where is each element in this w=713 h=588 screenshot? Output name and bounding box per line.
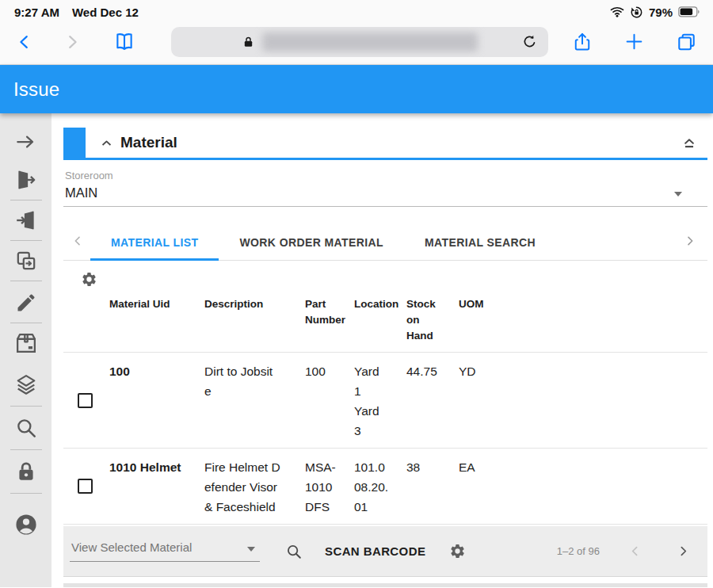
sidebar-divider [10,281,42,281]
footer-settings-gear-icon[interactable] [449,543,466,559]
search-icon[interactable] [285,543,303,560]
sidebar-divider [10,449,42,450]
cell-description: Dirt to Jobsit e [204,353,305,449]
cell-description: Fire Helmet D efender Visor & Faceshield [204,449,305,525]
content-area: Material Storeroom MAIN MATERIAL LIST WO… [51,113,713,587]
collapse-to-top-icon[interactable] [681,134,698,151]
sidebar-divider [10,240,42,241]
tabs-icon[interactable] [676,32,697,52]
receive-in-door-icon[interactable] [14,208,38,232]
view-selected-material-label: View Selected Material [71,540,192,554]
dropdown-caret-icon [247,547,255,552]
app-header: Issue [0,65,713,113]
rotation-lock-icon [630,6,643,19]
lock-icon[interactable] [14,460,38,483]
layers-icon[interactable] [13,372,39,396]
inventory-box-icon[interactable] [13,331,39,355]
browser-toolbar [0,22,713,65]
sidebar-divider [10,493,42,494]
storeroom-value: MAIN [65,185,707,200]
tab-material-search[interactable]: MATERIAL SEARCH [404,224,556,260]
redacted-url [262,32,478,52]
pagination-label: 1–2 of 96 [557,545,600,557]
list-footer-bar: View Selected Material SCAN BARCODE 1–2 … [63,526,707,577]
bookmarks-icon[interactable] [112,31,136,53]
scan-barcode-button[interactable]: SCAN BARCODE [325,544,425,558]
arrow-right-icon[interactable] [14,130,38,154]
table-row[interactable]: 1010 Helmet Fire Helmet D efender Visor … [63,449,707,525]
cell-part-number: 100 [305,353,354,449]
column-stock-on-hand: Stock on Hand [406,292,459,353]
back-icon[interactable] [16,32,33,52]
sidebar [0,113,51,587]
cell-uom: YD [459,353,707,449]
account-icon[interactable] [13,513,39,536]
clock-date: Wed Dec 12 [72,6,139,19]
tab-material-list[interactable]: MATERIAL LIST [90,224,219,260]
status-bar: 9:27 AM Wed Dec 12 79% [0,0,713,22]
row-checkbox[interactable] [78,393,93,408]
cell-material-uid: 1010 Helmet [109,449,204,525]
cell-stock-on-hand: 44.75 [406,353,459,449]
cell-location: 101.0 08.20. 01 [354,449,406,525]
chevron-up-icon[interactable] [100,136,113,150]
clock-time: 9:27 AM [14,6,59,19]
panel-accent-square [63,128,86,158]
next-section-edge [63,583,707,587]
edit-pencil-icon[interactable] [15,291,37,315]
battery-percent: 79% [649,6,673,19]
address-bar[interactable] [171,27,548,57]
cell-uom: EA [459,449,707,525]
search-icon[interactable] [14,416,38,440]
issue-out-door-icon[interactable] [14,168,38,192]
cell-stock-on-hand: 38 [406,449,459,525]
view-selected-material-dropdown[interactable]: View Selected Material [70,540,260,562]
cell-part-number: MSA- 1010 DFS [305,449,354,525]
material-table: Material Uid Description Part Number Loc… [63,292,707,525]
sidebar-divider [10,406,42,407]
reload-icon[interactable] [521,33,538,54]
tabs-scroll-right-icon[interactable] [676,224,703,260]
material-panel-header[interactable]: Material [63,128,707,160]
storeroom-label: Storeroom [65,170,707,181]
tab-bar: MATERIAL LIST WORK ORDER MATERIAL MATERI… [63,224,707,261]
lock-icon [242,36,254,48]
dropdown-caret-icon[interactable] [674,192,682,197]
column-description: Description [204,292,305,353]
page-title: Issue [13,78,59,101]
storeroom-select[interactable]: Storeroom MAIN [63,170,707,207]
column-select [63,292,109,353]
wifi-icon [610,6,624,17]
column-material-uid: Material Uid [109,292,204,353]
column-location: Location [354,292,406,353]
table-row[interactable]: 100 Dirt to Jobsit e 100 Yard 1 Yard 3 4… [63,353,707,449]
transfer-icon[interactable] [14,249,38,273]
next-page-icon[interactable] [677,544,690,558]
sidebar-divider [10,323,42,323]
cell-location: Yard 1 Yard 3 [354,353,406,449]
previous-page-icon[interactable] [628,544,642,558]
share-icon[interactable] [572,31,593,53]
row-checkbox[interactable] [78,479,93,494]
cell-material-uid: 100 [109,353,204,449]
panel-title: Material [120,134,177,151]
tab-work-order-material[interactable]: WORK ORDER MATERIAL [219,224,404,260]
tabs-scroll-left-icon[interactable] [63,224,90,260]
table-settings-gear-icon[interactable] [81,271,97,288]
column-part-number: Part Number [305,292,354,353]
table-header-row: Material Uid Description Part Number Loc… [63,292,707,353]
new-tab-icon[interactable] [624,32,644,52]
forward-icon[interactable] [63,32,81,52]
battery-icon [678,6,700,17]
column-uom: UOM [459,292,707,353]
sidebar-divider [10,200,42,200]
